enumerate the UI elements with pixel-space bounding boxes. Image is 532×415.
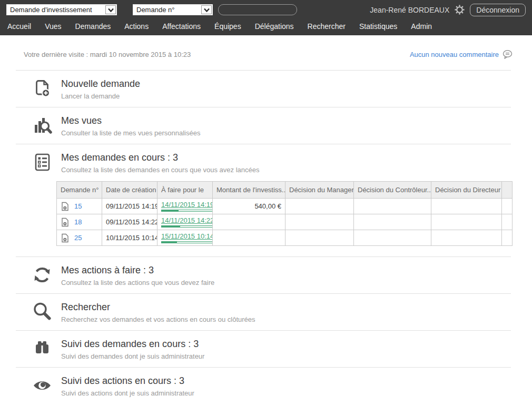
nav-item-vues[interactable]: Vues <box>45 22 61 31</box>
section-subtitle: Recherchez vos demandes et vos actions e… <box>61 315 255 323</box>
search-field-select[interactable]: Demande n° <box>133 4 213 15</box>
request-doc-icon[interactable] <box>61 202 70 211</box>
refresh-icon <box>32 264 53 285</box>
col-header-a-faire-pour-le[interactable]: À faire pour le <box>157 182 213 199</box>
section-new-request[interactable]: Nouvelle demande Lancer la demande <box>0 71 532 107</box>
col-header-demande-n[interactable]: Demande n° <box>57 182 102 199</box>
section-follow-actions[interactable]: Suivi des actions en cours : 3 Suivi des… <box>0 368 532 404</box>
nav-item-equipes[interactable]: Équipes <box>214 22 241 31</box>
col-header-decision-manager[interactable]: Décision du Manager <box>285 182 354 199</box>
due-progress-bar <box>161 210 213 212</box>
section-subtitle: Lancer la demande <box>61 92 140 100</box>
comment-bubble-icon[interactable] <box>503 50 513 59</box>
nav-item-affectations[interactable]: Affectations <box>162 22 201 31</box>
col-header-empty <box>502 182 513 199</box>
due-date-link[interactable]: 15/11/2015 10:14 <box>161 232 213 240</box>
nav-item-demandes[interactable]: Demandes <box>75 22 111 31</box>
controller-decision-cell <box>354 214 431 230</box>
request-type-select-value: Demande d'investissement <box>7 6 105 14</box>
logout-button[interactable]: Déconnexion <box>470 4 526 16</box>
amount-cell <box>213 230 285 246</box>
nav-item-admin[interactable]: Admin <box>411 22 432 31</box>
top-toolbar: Demande d'investissement Demande n° Jean… <box>0 0 532 19</box>
list-icon <box>32 152 53 173</box>
gear-icon[interactable] <box>455 5 465 15</box>
search-icon <box>32 301 53 322</box>
requests-table: Demande n° Date de création À faire pour… <box>56 181 513 246</box>
search-input[interactable] <box>218 4 297 15</box>
empty-cell <box>502 230 513 246</box>
nav-item-accueil[interactable]: Accueil <box>7 22 31 31</box>
request-type-select[interactable]: Demande d'investissement <box>6 4 117 15</box>
chevron-down-icon <box>105 5 116 14</box>
request-link[interactable]: 18 <box>74 218 82 226</box>
amount-cell: 540,00 € <box>213 199 285 214</box>
col-header-decision-controleur[interactable]: Décision du Contrôleur... <box>354 182 431 199</box>
eye-icon <box>32 375 53 396</box>
user-name: Jean-René BORDEAUX <box>370 6 449 14</box>
request-link[interactable]: 25 <box>74 234 82 242</box>
director-decision-cell <box>431 230 502 246</box>
section-my-actions[interactable]: Mes actions à faire : 3 Consultez la lis… <box>0 257 532 293</box>
created-cell: 09/11/2015 14:22 <box>102 214 157 230</box>
section-search[interactable]: Rechercher Recherchez vos demandes et vo… <box>0 294 532 330</box>
manager-decision-cell <box>285 214 354 230</box>
manager-decision-cell <box>285 230 354 246</box>
created-cell: 10/11/2015 10:14 <box>102 230 157 246</box>
section-title: Rechercher <box>61 302 255 313</box>
nav-item-rechercher[interactable]: Rechercher <box>308 22 346 31</box>
status-row: Votre dernière visite : mardi 10 novembr… <box>0 35 532 70</box>
amount-cell <box>213 214 285 230</box>
section-subtitle: Suivi des actions dont je suis administr… <box>61 389 194 397</box>
app-header: Demande d'investissement Demande n° Jean… <box>0 0 532 35</box>
nav-item-statistiques[interactable]: Statistiques <box>359 22 397 31</box>
section-subtitle: Consultez la liste des demandes en cours… <box>61 166 260 174</box>
request-doc-icon[interactable] <box>61 233 70 243</box>
request-doc-icon[interactable] <box>61 218 70 227</box>
due-date-link[interactable]: 14/11/2015 14:19 <box>161 201 213 209</box>
due-progress-bar <box>161 225 213 228</box>
col-header-montant[interactable]: Montant de l'investiss... <box>213 182 285 199</box>
section-my-views[interactable]: Mes vues Consulter la liste de mes vues … <box>0 107 532 144</box>
table-row: 25 10/11/2015 10:14 15/11/2015 10:14 <box>57 230 513 246</box>
chart-magnifier-icon <box>32 115 53 136</box>
nav-item-actions[interactable]: Actions <box>124 22 149 31</box>
table-row: 18 09/11/2015 14:22 14/11/2015 14:22 <box>57 214 513 230</box>
no-new-comments-link[interactable]: Aucun nouveau commentaire <box>410 51 499 58</box>
table-header-row: Demande n° Date de création À faire pour… <box>57 182 513 199</box>
request-link[interactable]: 15 <box>74 202 82 210</box>
section-title: Nouvelle demande <box>61 78 140 90</box>
document-plus-icon <box>32 78 53 99</box>
chevron-down-icon <box>201 5 212 14</box>
controller-decision-cell <box>354 199 431 214</box>
section-subtitle: Suivi des demandes dont je suis administ… <box>61 352 204 360</box>
col-header-decision-directeur[interactable]: Décision du Directeur <box>431 182 502 199</box>
section-title: Suivi des actions en cours : 3 <box>61 376 194 387</box>
director-decision-cell <box>431 214 502 230</box>
due-date-link[interactable]: 14/11/2015 14:22 <box>161 216 213 224</box>
section-subtitle: Consultez la liste des actions que vous … <box>61 279 214 286</box>
table-row: 15 09/11/2015 14:19 14/11/2015 14:19 540… <box>57 199 513 214</box>
created-cell: 09/11/2015 14:19 <box>102 199 157 214</box>
section-my-requests[interactable]: Mes demandes en cours : 3 Consultez la l… <box>0 144 532 176</box>
section-title: Suivi des demandes en cours : 3 <box>61 339 204 350</box>
section-title: Mes demandes en cours : 3 <box>61 152 260 163</box>
binoculars-icon <box>32 338 53 359</box>
controller-decision-cell <box>354 230 431 246</box>
search-field-select-value: Demande n° <box>133 6 201 14</box>
col-header-date-creation[interactable]: Date de création <box>102 182 157 199</box>
section-title: Mes vues <box>61 115 200 126</box>
last-visit-text: Votre dernière visite : mardi 10 novembr… <box>24 51 191 58</box>
section-title: Mes actions à faire : 3 <box>61 265 214 276</box>
manager-decision-cell <box>285 199 354 214</box>
main-nav: Accueil Vues Demandes Actions Affectatio… <box>0 19 532 35</box>
due-progress-bar <box>161 241 213 243</box>
empty-cell <box>502 214 513 230</box>
nav-item-delegations[interactable]: Délégations <box>255 22 294 31</box>
section-my-requests-block: Mes demandes en cours : 3 Consultez la l… <box>0 144 532 256</box>
empty-cell <box>502 199 513 214</box>
section-subtitle: Consulter la liste de mes vues personnal… <box>61 129 200 137</box>
director-decision-cell <box>431 199 502 214</box>
section-follow-requests[interactable]: Suivi des demandes en cours : 3 Suivi de… <box>0 331 532 367</box>
